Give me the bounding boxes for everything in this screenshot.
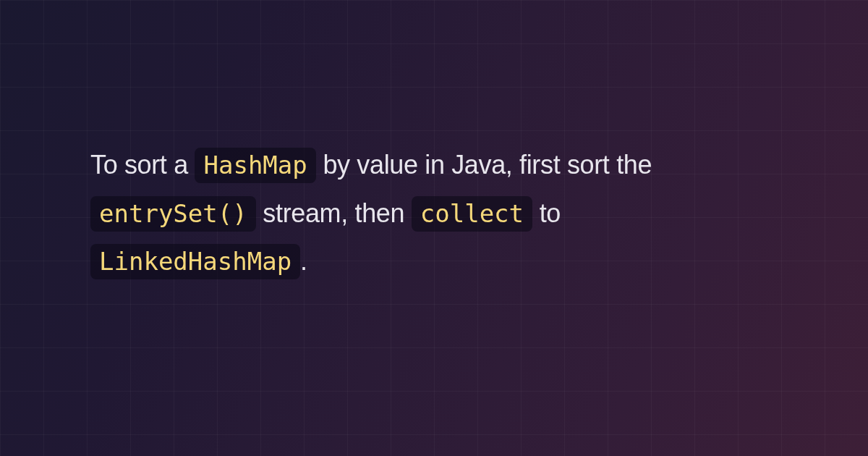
text-segment: . xyxy=(300,246,307,276)
code-entryset: entrySet() xyxy=(90,196,256,232)
text-segment: stream, then xyxy=(256,198,412,228)
code-linkedhashmap: LinkedHashMap xyxy=(90,244,300,279)
description-text: To sort a HashMap by value in Java, firs… xyxy=(90,141,778,286)
code-hashmap: HashMap xyxy=(195,148,315,183)
text-segment: To sort a xyxy=(90,150,195,180)
code-collect: collect xyxy=(412,196,532,232)
text-segment: by value in Java, first sort the xyxy=(316,150,652,180)
text-segment: to xyxy=(532,198,561,228)
